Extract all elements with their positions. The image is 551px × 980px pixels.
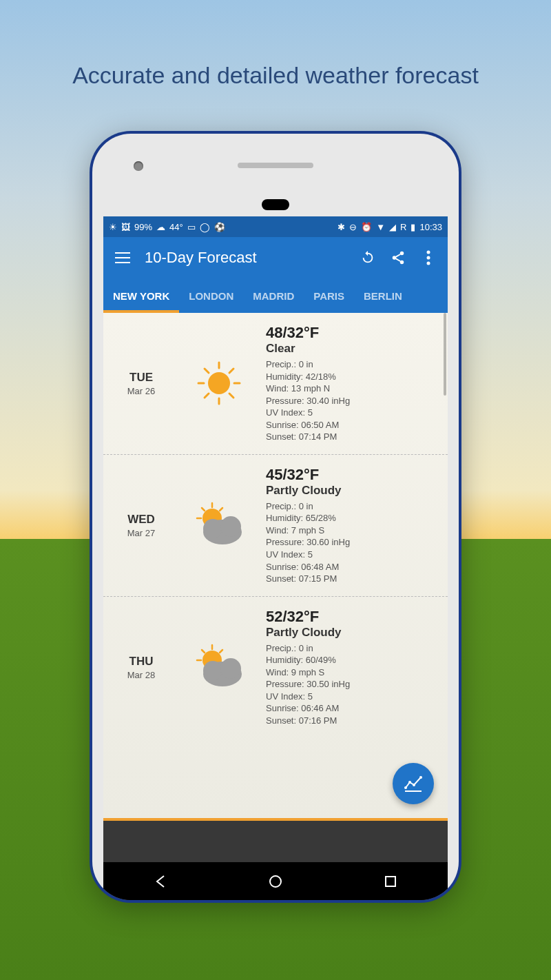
battery-pct: 99% xyxy=(134,222,152,232)
svg-point-22 xyxy=(220,516,241,537)
uv: UV Index: 5 xyxy=(266,691,441,703)
app-bar: 10-Day Forecast xyxy=(103,237,448,278)
weather-icon-partly-cloudy xyxy=(178,498,260,553)
clock: 10:33 xyxy=(419,222,442,232)
humidity: Humidity: 65/28% xyxy=(266,512,441,524)
svg-point-32 xyxy=(408,781,411,784)
phone-frame: ☀ 🖼 99% ☁ 44° ▭ ◯ ⚽ ✱ ⊖ ⏰ ▼ ◢ R ▮ xyxy=(90,131,461,903)
signal-icon: ◢ xyxy=(389,222,396,232)
condition: Partly Cloudy xyxy=(266,484,441,498)
refresh-icon[interactable] xyxy=(360,249,376,266)
promo-title: Accurate and detailed weather forecast xyxy=(0,0,551,116)
svg-line-27 xyxy=(220,650,222,653)
weather-icon-sunny xyxy=(178,356,260,411)
svg-line-13 xyxy=(205,394,209,398)
wind: Wind: 7 mph S xyxy=(266,524,441,537)
tab-paris[interactable]: PARIS xyxy=(304,278,354,313)
wind: Wind: 13 mph N xyxy=(266,382,441,395)
forecast-row[interactable]: THU Mar 28 xyxy=(103,597,448,738)
soccer-status-icon: ⚽ xyxy=(214,222,225,232)
app-title: 10-Day Forecast xyxy=(145,249,346,267)
svg-line-26 xyxy=(202,650,205,653)
pressure: Pressure: 30.60 inHg xyxy=(266,536,441,549)
back-button[interactable] xyxy=(151,872,170,891)
humidity: Humidity: 42/18% xyxy=(266,371,441,383)
chart-fab[interactable] xyxy=(393,763,434,804)
svg-point-21 xyxy=(203,519,222,538)
svg-line-19 xyxy=(220,508,222,511)
alarm-icon: ⏰ xyxy=(361,222,372,232)
svg-point-36 xyxy=(270,876,281,887)
day-date: Mar 27 xyxy=(110,528,172,538)
sunrise: Sunrise: 06:50 AM xyxy=(266,419,441,431)
phone-home-indicator xyxy=(262,199,289,210)
uv: UV Index: 5 xyxy=(266,549,441,561)
precip: Precip.: 0 in xyxy=(266,358,441,371)
condition: Clear xyxy=(266,342,441,356)
svg-point-4 xyxy=(427,256,430,260)
precip: Precip.: 0 in xyxy=(266,642,441,655)
day-name: TUE xyxy=(110,371,172,385)
day-date: Mar 28 xyxy=(110,670,172,680)
weather-status-icon: ☀ xyxy=(109,222,117,232)
battery-icon: ▮ xyxy=(410,222,415,232)
svg-point-33 xyxy=(413,784,415,786)
forecast-list[interactable]: TUE Mar 26 xyxy=(103,313,448,818)
share-icon[interactable] xyxy=(390,249,406,266)
temp-value: 52/32°F xyxy=(266,608,441,626)
uv: UV Index: 5 xyxy=(266,407,441,419)
sunset: Sunset: 07:16 PM xyxy=(266,715,441,727)
system-nav xyxy=(103,862,448,900)
wind: Wind: 9 mph S xyxy=(266,666,441,679)
more-icon[interactable] xyxy=(420,249,437,266)
svg-point-0 xyxy=(400,252,404,256)
status-bar: ☀ 🖼 99% ☁ 44° ▭ ◯ ⚽ ✱ ⊖ ⏰ ▼ ◢ R ▮ xyxy=(103,216,448,237)
weather-icon-partly-cloudy xyxy=(178,640,260,695)
forecast-row[interactable]: TUE Mar 26 xyxy=(103,313,448,455)
phone-speaker xyxy=(238,163,313,168)
day-date: Mar 26 xyxy=(110,386,172,396)
svg-point-1 xyxy=(393,256,397,260)
humidity: Humidity: 60/49% xyxy=(266,654,441,666)
cloud-status-icon: ☁ xyxy=(156,222,165,232)
cast-status-icon: ▭ xyxy=(187,222,196,232)
roaming-icon: R xyxy=(400,222,406,232)
svg-line-11 xyxy=(205,369,209,373)
circle-status-icon: ◯ xyxy=(200,222,210,232)
svg-point-29 xyxy=(203,661,222,680)
svg-point-30 xyxy=(220,658,241,679)
sunset: Sunset: 07:15 PM xyxy=(266,573,441,585)
temp-value: 45/32°F xyxy=(266,466,441,484)
condition: Partly Cloudy xyxy=(266,626,441,640)
svg-point-6 xyxy=(208,372,230,394)
screen: ☀ 🖼 99% ☁ 44° ▭ ◯ ⚽ ✱ ⊖ ⏰ ▼ ◢ R ▮ xyxy=(103,216,448,900)
svg-line-14 xyxy=(229,369,233,373)
sunrise: Sunrise: 06:46 AM xyxy=(266,702,441,715)
wifi-icon: ▼ xyxy=(376,222,385,232)
precip: Precip.: 0 in xyxy=(266,500,441,513)
city-tabs: NEW YORK LONDON MADRID PARIS BERLIN xyxy=(103,278,448,313)
ad-placeholder xyxy=(103,821,448,862)
home-button[interactable] xyxy=(266,872,285,891)
bluetooth-icon: ✱ xyxy=(337,222,345,232)
tab-new-york[interactable]: NEW YORK xyxy=(103,278,179,313)
phone-camera xyxy=(134,161,143,171)
sunrise: Sunrise: 06:48 AM xyxy=(266,561,441,573)
svg-point-5 xyxy=(427,262,430,265)
tab-london[interactable]: LONDON xyxy=(179,278,243,313)
sunset: Sunset: 07:14 PM xyxy=(266,431,441,443)
svg-rect-37 xyxy=(386,877,395,886)
day-name: WED xyxy=(110,513,172,527)
scrollbar[interactable] xyxy=(444,313,446,396)
temp-value: 48/32°F xyxy=(266,324,441,342)
forecast-row[interactable]: WED Mar 27 xyxy=(103,455,448,597)
dnd-icon: ⊖ xyxy=(349,222,357,232)
menu-icon[interactable] xyxy=(114,249,131,266)
temp-status: 44° xyxy=(169,222,183,232)
recents-button[interactable] xyxy=(381,872,400,891)
day-name: THU xyxy=(110,655,172,668)
svg-point-31 xyxy=(404,786,407,789)
tab-berlin[interactable]: BERLIN xyxy=(354,278,412,313)
tab-madrid[interactable]: MADRID xyxy=(243,278,304,313)
svg-point-3 xyxy=(427,251,430,254)
